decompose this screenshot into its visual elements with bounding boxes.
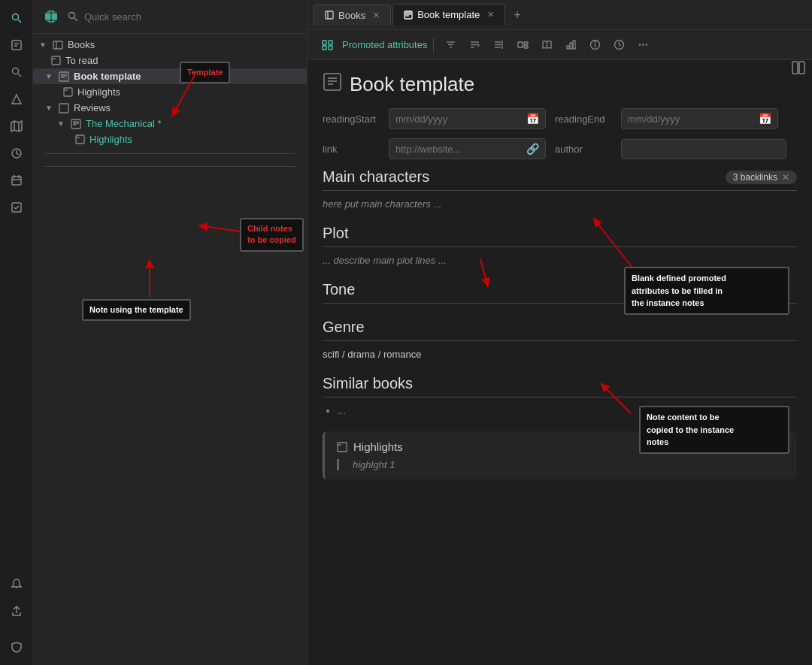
main-characters-title: Main characters [323,168,429,186]
svg-rect-49 [329,41,332,44]
tab-books[interactable]: Books ✕ [314,5,391,26]
book-template-icon [59,71,69,82]
toolbar-promoted-icon[interactable] [317,35,338,56]
section-main-characters: Main characters 3 backlinks ✕ here put m… [323,168,797,210]
fields-row-1: readingStart 📅 readingEnd 📅 [323,108,797,129]
toolbar-history-icon[interactable] [608,35,629,56]
svg-rect-25 [59,72,68,81]
sidebar-icon-nav[interactable] [5,87,29,111]
link-input[interactable]: 🔗 [389,138,546,159]
field-group-author: author [555,139,786,159]
reading-end-value[interactable] [628,113,754,125]
reading-start-value[interactable] [395,113,522,125]
field-group-reading-end: readingEnd 📅 [555,108,778,129]
highlights-1-label: Highlights [77,86,120,98]
highlights-1-icon [63,87,73,97]
page-title-icon [323,72,342,96]
sidebar-icon-shield[interactable] [5,635,29,659]
reading-end-input[interactable]: 📅 [621,108,778,129]
highlights-2-icon [75,135,85,144]
sidebar-icon-search[interactable] [5,6,29,30]
svg-rect-2 [12,41,21,50]
svg-rect-21 [53,41,62,49]
sidebar-item-reviews[interactable]: ▼ Reviews [33,100,307,116]
plot-content: ... describe main plot lines ... [323,255,797,266]
sidebar-icon-notes[interactable] [5,33,29,57]
sidebar-icon-map[interactable] [5,114,29,138]
quick-search-input[interactable] [84,11,299,23]
sidebar-icon-check[interactable] [5,195,29,219]
sidebar-item-the-mechanical[interactable]: ▼ The Mechanical * [33,116,307,131]
svg-rect-79 [792,62,798,74]
backlinks-close-icon[interactable]: ✕ [782,172,789,183]
toolbar-sort2-icon[interactable] [488,35,509,56]
link-label: link [323,144,383,155]
tab-book-template-close[interactable]: ✕ [487,10,494,20]
mechanical-label: The Mechanical * [86,118,161,129]
books-tab-icon [325,11,334,20]
similar-books-item: ... [338,405,797,416]
toolbar-info-icon[interactable] [584,35,605,56]
svg-rect-67 [573,41,575,49]
sidebar-icon-bell[interactable] [5,572,29,596]
tab-add-button[interactable]: + [507,5,528,26]
section-header-main-characters: Main characters 3 backlinks ✕ [323,168,797,191]
highlights-block-title-row: Highlights [337,440,785,453]
tab-books-label: Books [338,10,365,21]
sidebar-item-highlights-1[interactable]: Highlights [33,84,307,100]
toolbar-sort-icon[interactable] [464,35,485,56]
toolbar-divider-1 [433,38,434,53]
link-icon: 🔗 [526,143,539,155]
field-group-link: link 🔗 [323,138,546,159]
collapse-button[interactable] [791,60,806,77]
section-similar-books: Similar books ... [323,375,797,416]
sidebar-icon-export[interactable] [5,599,29,623]
svg-rect-31 [59,104,68,113]
tone-title: Tone [323,281,355,298]
toolbar-promoted-label: Promoted attributes [342,39,427,50]
sidebar-icon-history[interactable] [5,141,29,165]
svg-rect-80 [799,62,804,74]
svg-rect-75 [324,74,341,90]
to-read-icon [51,56,61,65]
sidebar-item-books[interactable]: ▼ Books [33,37,307,53]
sidebar-item-to-read[interactable]: To read [33,53,307,68]
toolbar-more-icon[interactable] [632,35,653,56]
svg-line-6 [18,74,21,77]
sidebar-icon-search2[interactable] [5,60,29,84]
toolbar-chart-icon[interactable] [560,35,581,56]
toolbar-book-icon[interactable] [536,35,557,56]
to-read-label: To read [65,55,98,66]
books-icon [53,40,63,50]
reading-end-label: readingEnd [555,113,615,125]
toolbar: Promoted attributes [308,30,812,60]
svg-line-1 [18,20,21,23]
link-value[interactable] [395,144,522,155]
svg-rect-61 [518,42,523,47]
tab-book-template[interactable]: Book template ✕ [392,4,505,26]
similar-books-list: ... [323,405,797,416]
section-genre: Genre scifi / drama / romance [323,319,797,360]
svg-rect-65 [567,46,569,49]
reading-start-input[interactable]: 📅 [389,108,546,129]
tab-books-close[interactable]: ✕ [373,11,380,20]
section-tone: Tone [323,281,797,304]
svg-marker-8 [11,121,22,131]
svg-point-74 [646,44,647,45]
sidebar-item-book-template[interactable]: ▼ Book template [33,68,307,84]
author-value[interactable] [628,144,780,155]
svg-point-73 [642,44,644,45]
svg-rect-12 [12,177,21,185]
app-logo [41,6,62,27]
books-label: Books [68,39,95,50]
sidebar-icon-calendar[interactable] [5,168,29,192]
field-group-reading-start: readingStart 📅 [323,108,546,129]
content-area: Book template readingStart 📅 readingEnd … [308,60,812,665]
toolbar-filter-icon[interactable] [440,35,461,56]
books-arrow: ▼ [39,41,48,49]
toolbar-view-icon[interactable] [512,35,533,56]
reading-start-calendar-icon: 📅 [526,113,539,125]
author-input[interactable] [621,139,786,159]
sidebar-item-highlights-2[interactable]: Highlights [33,131,307,147]
svg-point-0 [12,14,18,20]
